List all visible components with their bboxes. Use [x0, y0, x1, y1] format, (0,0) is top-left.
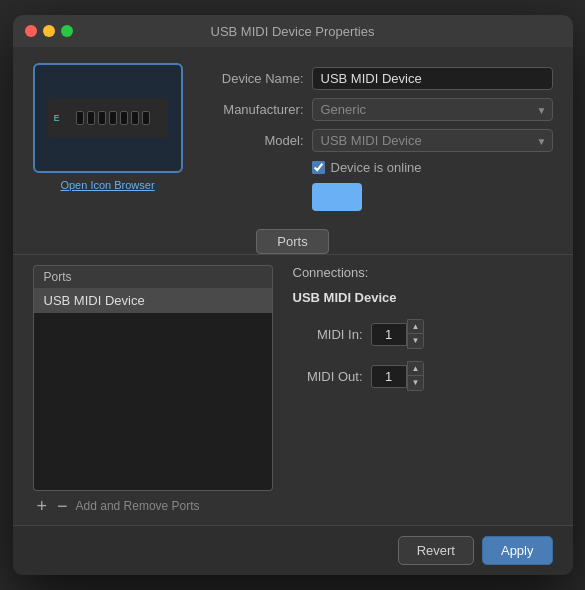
add-remove-ports-label: Add and Remove Ports — [76, 499, 200, 513]
connections-title: Connections: — [293, 265, 553, 280]
midi-port-3 — [98, 111, 106, 125]
midi-out-label: MIDI Out: — [293, 369, 363, 384]
device-props-form: Device Name: Manufacturer: Generic ▼ Mod… — [199, 63, 553, 211]
window: USB MIDI Device Properties E — [13, 15, 573, 575]
maximize-button[interactable] — [61, 25, 73, 37]
ports-tab-bar: Ports — [13, 223, 573, 254]
midi-port-1 — [76, 111, 84, 125]
device-online-row: Device is online — [312, 160, 553, 175]
device-name-input[interactable] — [312, 67, 553, 90]
midi-port-2 — [87, 111, 95, 125]
remove-port-button[interactable]: − — [55, 497, 70, 515]
ports-content: Ports USB MIDI Device + − Add and Remove… — [13, 255, 573, 525]
device-online-label: Device is online — [331, 160, 422, 175]
midi-port-5 — [120, 111, 128, 125]
ports-actions: + − Add and Remove Ports — [33, 491, 273, 515]
list-item[interactable]: USB MIDI Device — [34, 288, 272, 313]
title-bar: USB MIDI Device Properties — [13, 15, 573, 47]
add-port-button[interactable]: + — [35, 497, 50, 515]
device-icon-box: E — [33, 63, 183, 173]
ports-list-container: Ports USB MIDI Device + − Add and Remove… — [33, 265, 273, 515]
midi-port-6 — [131, 111, 139, 125]
manufacturer-select-wrapper: Generic ▼ — [312, 98, 553, 121]
manufacturer-label: Manufacturer: — [199, 102, 304, 117]
window-title: USB MIDI Device Properties — [211, 24, 375, 39]
midi-in-stepper-arrows: ▲ ▼ — [407, 319, 425, 349]
midi-in-decrement[interactable]: ▼ — [408, 334, 424, 348]
device-info-section: E Open Icon Browser — [13, 47, 573, 223]
model-label: Model: — [199, 133, 304, 148]
device-icon-area: E Open Icon Browser — [33, 63, 183, 211]
traffic-lights — [25, 25, 73, 37]
open-icon-browser-link[interactable]: Open Icon Browser — [60, 179, 154, 191]
connections-device-name: USB MIDI Device — [293, 290, 553, 305]
ports-list-header: Ports — [33, 265, 273, 288]
midi-out-value: 1 — [371, 365, 407, 388]
device-name-label: Device Name: — [199, 71, 304, 86]
model-row: Model: USB MIDI Device ▼ — [199, 129, 553, 152]
revert-button[interactable]: Revert — [398, 536, 474, 565]
midi-in-label: MIDI In: — [293, 327, 363, 342]
model-select[interactable]: USB MIDI Device — [312, 129, 553, 152]
midi-out-decrement[interactable]: ▼ — [408, 376, 424, 390]
model-select-wrapper: USB MIDI Device ▼ — [312, 129, 553, 152]
midi-port-7 — [142, 111, 150, 125]
midi-port-4 — [109, 111, 117, 125]
midi-out-stepper-arrows: ▲ ▼ — [407, 361, 425, 391]
midi-out-increment[interactable]: ▲ — [408, 362, 424, 376]
close-button[interactable] — [25, 25, 37, 37]
manufacturer-select[interactable]: Generic — [312, 98, 553, 121]
main-content: E Open Icon Browser — [13, 47, 573, 575]
midi-in-row: MIDI In: 1 ▲ ▼ — [293, 319, 553, 349]
ports-list: USB MIDI Device — [33, 288, 273, 491]
midi-out-stepper: 1 ▲ ▼ — [371, 361, 425, 391]
bottom-bar: Revert Apply — [13, 525, 573, 575]
midi-in-value: 1 — [371, 323, 407, 346]
color-picker-button[interactable] — [312, 183, 362, 211]
midi-device-visual: E — [48, 98, 168, 138]
midi-ports-row — [76, 111, 150, 125]
manufacturer-row: Manufacturer: Generic ▼ — [199, 98, 553, 121]
device-name-row: Device Name: — [199, 67, 553, 90]
midi-device-label-e: E — [54, 113, 60, 123]
ports-tab[interactable]: Ports — [256, 229, 328, 254]
connections-panel: Connections: USB MIDI Device MIDI In: 1 … — [273, 265, 553, 515]
midi-in-stepper: 1 ▲ ▼ — [371, 319, 425, 349]
midi-out-row: MIDI Out: 1 ▲ ▼ — [293, 361, 553, 391]
device-online-checkbox[interactable] — [312, 161, 325, 174]
minimize-button[interactable] — [43, 25, 55, 37]
midi-in-increment[interactable]: ▲ — [408, 320, 424, 334]
apply-button[interactable]: Apply — [482, 536, 553, 565]
